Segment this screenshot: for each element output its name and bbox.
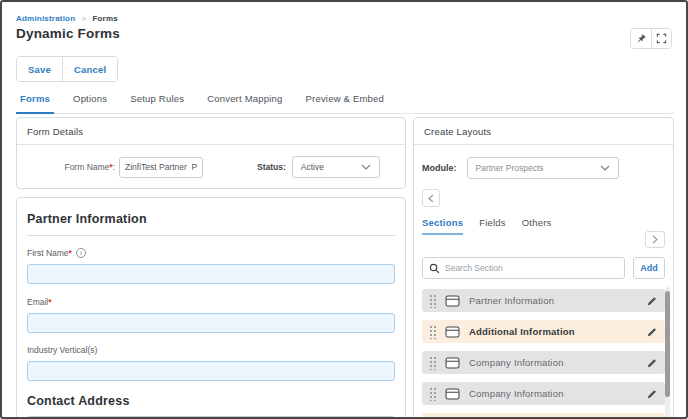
tab-convert-mapping[interactable]: Convert Mapping [203,90,286,113]
section-card-icon [445,357,460,369]
page-title: Dynamic Forms [16,26,120,41]
breadcrumb-current: Forms [92,14,117,23]
email-label: Email* [27,297,395,307]
breadcrumb: Administration > Forms [16,14,118,23]
section-item-partner-information[interactable]: Partner Information [422,289,665,312]
app-window: Administration > Forms Dynamic Forms Sav… [0,0,688,419]
header-icon-group [630,28,672,49]
first-name-input[interactable] [27,264,395,284]
save-button[interactable]: Save [17,57,62,81]
form-preview-panel: Partner Information First Name* i Email*… [16,197,406,419]
tab-fields[interactable]: Fields [479,217,506,235]
info-icon[interactable]: i [76,248,86,258]
form-details-title: Form Details [17,118,405,145]
form-name-label: Form Name*: [27,162,115,172]
module-select[interactable]: Partner Prospects [467,157,619,179]
section-item-label: Company Information [469,388,646,399]
collapse-panel-button[interactable] [422,189,440,207]
tab-preview-embed[interactable]: Preview & Embed [302,90,389,113]
module-value: Partner Prospects [476,163,544,173]
chevron-down-icon [600,165,610,171]
pin-icon [636,33,647,44]
add-section-button[interactable]: Add [633,257,665,279]
drag-handle-icon[interactable] [429,325,436,339]
chevron-down-icon [361,164,371,170]
tab-others[interactable]: Others [522,217,552,235]
section-divider [27,235,395,236]
drag-handle-icon[interactable] [429,356,436,370]
drag-handle-icon[interactable] [429,294,436,308]
form-action-group: Save Cancel [16,56,118,82]
required-marker: * [69,248,72,258]
section-item-company-information[interactable]: Company Information [422,351,665,374]
email-input[interactable] [27,313,395,333]
status-select[interactable]: Active [292,156,380,178]
status-value: Active [301,162,324,172]
edit-pencil-icon[interactable] [646,357,658,369]
section-heading-partner-information: Partner Information [27,212,395,226]
form-name-input[interactable] [119,157,203,178]
required-marker: * [48,297,51,307]
expand-panel-button[interactable] [645,231,665,248]
fullscreen-icon [656,33,667,44]
drag-handle-icon[interactable] [429,387,436,401]
status-label: Status: [257,162,286,172]
section-heading-contact-address: Contact Address [27,394,395,408]
create-layouts-panel: Create Layouts Module: Partner Prospects… [413,117,674,419]
edit-pencil-icon[interactable] [646,295,658,307]
main-tab-bar: Forms Options Setup Rules Convert Mappin… [16,90,674,114]
scrollbar-thumb[interactable] [665,291,670,397]
edit-pencil-icon[interactable] [646,388,658,400]
section-card-icon [445,295,460,307]
industry-verticals-label: Industry Vertical(s) [27,345,395,355]
first-name-label: First Name* i [27,248,395,258]
section-card-icon [445,326,460,338]
section-item-label: Company Information [469,357,646,368]
module-row: Module: Partner Prospects [422,157,665,179]
chevron-left-icon [428,194,434,203]
form-details-panel: Form Details Form Name*: Status: Active [16,117,406,189]
industry-verticals-input[interactable] [27,361,395,381]
form-details-row: Form Name*: Status: Active [17,156,405,178]
tab-options[interactable]: Options [69,90,111,113]
fullscreen-button[interactable] [651,29,671,48]
module-label: Module: [422,163,457,173]
tab-setup-rules[interactable]: Setup Rules [126,90,188,113]
create-layouts-title: Create Layouts [414,118,673,145]
tab-sections[interactable]: Sections [422,217,463,235]
section-item-label: Additional Information [469,326,646,337]
section-list: Partner Information Additional Informati… [422,289,665,419]
section-item-alternate-address[interactable]: Alternate Address [422,413,665,419]
section-card-icon [445,388,460,400]
section-item-label: Partner Information [469,295,646,306]
pin-button[interactable] [631,29,651,48]
breadcrumb-administration-link[interactable]: Administration [16,14,75,23]
chevron-right-icon [652,235,658,244]
breadcrumb-separator-icon: > [82,15,86,22]
search-box [422,257,625,279]
layouts-tab-bar: Sections Fields Others [422,217,665,235]
search-row: Add [422,257,665,279]
section-list-scrollbar[interactable] [665,287,670,419]
edit-pencil-icon[interactable] [646,326,658,338]
section-item-additional-information[interactable]: Additional Information [422,320,665,343]
search-icon [429,263,440,274]
cancel-button[interactable]: Cancel [62,57,117,81]
tab-forms[interactable]: Forms [16,90,54,114]
section-item-company-information-2[interactable]: Company Information [422,382,665,405]
search-section-input[interactable] [445,263,618,273]
